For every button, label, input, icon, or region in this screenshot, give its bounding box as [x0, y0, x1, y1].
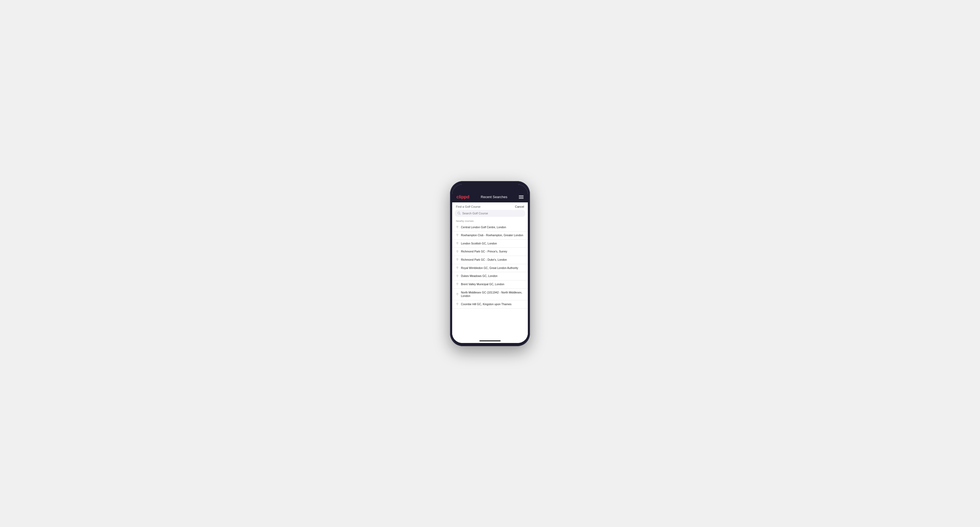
nav-title: Recent Searches — [480, 195, 508, 199]
svg-point-4 — [457, 243, 458, 243]
location-pin-icon — [456, 242, 459, 245]
search-box[interactable] — [455, 210, 525, 217]
course-name: Royal Wimbledon GC, Great London Authori… — [461, 266, 518, 270]
svg-point-10 — [457, 293, 458, 294]
course-name: Dukes Meadows GC, London — [461, 274, 498, 278]
location-pin-icon — [456, 283, 459, 286]
course-list-item[interactable]: Roehampton Club - Roehampton, Greater Lo… — [452, 232, 528, 240]
course-name: Coombe Hill GC, Kingston upon Thames — [461, 303, 511, 306]
nav-bar: clippd Recent Searches — [452, 192, 528, 202]
svg-point-8 — [457, 275, 458, 276]
phone-wrapper: clippd Recent Searches Find a Golf Cours… — [450, 181, 530, 346]
location-pin-icon — [456, 234, 459, 237]
course-list-item[interactable]: London Scottish GC, London — [452, 240, 528, 248]
status-bar — [452, 184, 528, 192]
course-name: North Middlesex GC (1011942 - North Midd… — [461, 291, 524, 298]
course-list-item[interactable]: Dukes Meadows GC, London — [452, 272, 528, 280]
course-name: Richmond Park GC - Prince's, Surrey — [461, 250, 508, 254]
course-name: Richmond Park GC - Duke's, London — [461, 258, 507, 262]
location-pin-icon — [456, 293, 459, 296]
location-pin-icon — [456, 258, 459, 261]
course-name: Central London Golf Centre, London — [461, 225, 506, 229]
course-list-item[interactable]: North Middlesex GC (1011942 - North Midd… — [452, 289, 528, 300]
svg-point-9 — [457, 283, 458, 284]
svg-point-7 — [457, 267, 458, 268]
search-icon — [458, 212, 461, 215]
cancel-button[interactable]: Cancel — [515, 205, 524, 208]
courses-list: Central London Golf Centre, London Roeha… — [452, 224, 528, 343]
location-pin-icon — [456, 250, 459, 253]
nearby-section-label: Nearby courses — [452, 218, 528, 224]
course-name: London Scottish GC, London — [461, 242, 497, 246]
svg-point-3 — [457, 234, 458, 235]
content-area: Find a Golf Course Cancel Nearby courses — [452, 202, 528, 343]
phone-screen: clippd Recent Searches Find a Golf Cours… — [452, 184, 528, 343]
course-list-item[interactable]: Coombe Hill GC, Kingston upon Thames — [452, 300, 528, 309]
course-name: Brent Valley Municipal GC, London — [461, 283, 504, 286]
location-pin-icon — [456, 303, 459, 306]
find-header: Find a Golf Course Cancel — [452, 202, 528, 210]
svg-point-2 — [457, 226, 458, 227]
course-list-item[interactable]: Royal Wimbledon GC, Great London Authori… — [452, 264, 528, 272]
home-indicator — [479, 340, 501, 341]
location-pin-icon — [456, 267, 459, 270]
svg-point-5 — [457, 251, 458, 251]
course-list-item[interactable]: Brent Valley Municipal GC, London — [452, 280, 528, 289]
svg-point-6 — [457, 259, 458, 259]
course-list-item[interactable]: Central London Golf Centre, London — [452, 224, 528, 232]
course-name: Roehampton Club - Roehampton, Greater Lo… — [461, 233, 523, 237]
find-title: Find a Golf Course — [456, 205, 480, 208]
location-pin-icon — [456, 275, 459, 278]
app-logo: clippd — [457, 194, 469, 200]
course-list-item[interactable]: Richmond Park GC - Duke's, London — [452, 256, 528, 264]
svg-point-11 — [457, 303, 458, 304]
menu-icon[interactable] — [519, 195, 523, 198]
svg-line-1 — [460, 214, 460, 214]
course-list-item[interactable]: Richmond Park GC - Prince's, Surrey — [452, 248, 528, 256]
location-pin-icon — [456, 226, 459, 229]
phone-frame: clippd Recent Searches Find a Golf Cours… — [450, 181, 530, 346]
search-input[interactable] — [462, 212, 522, 215]
